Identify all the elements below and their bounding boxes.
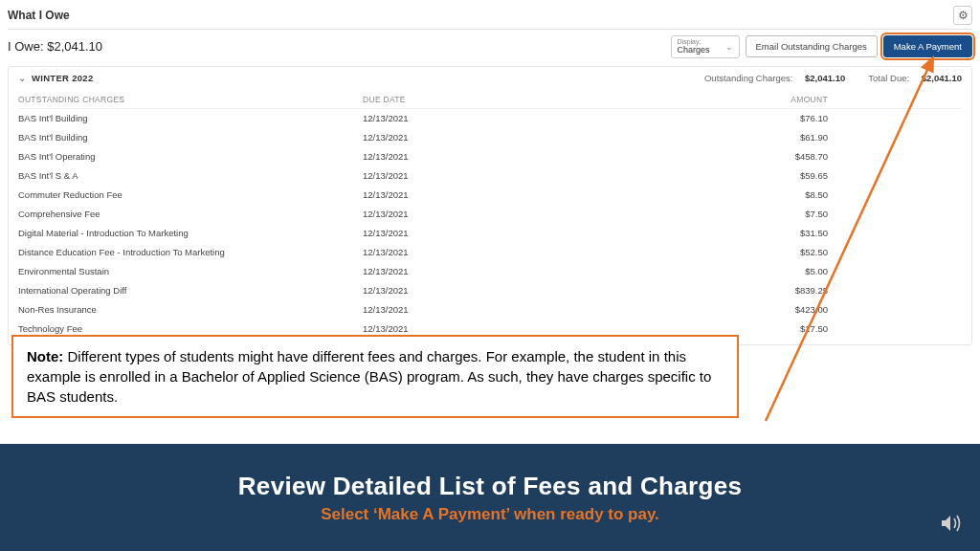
table-row: BAS Int'l S & A12/13/2021$59.65 (18, 166, 962, 186)
charge-amount: $76.10 (612, 113, 962, 123)
charge-amount: $17.50 (612, 323, 962, 334)
table-row: Comprehensive Fee12/13/2021$7.50 (18, 205, 962, 224)
charge-amount: $839.25 (612, 285, 962, 296)
charge-due-date: 12/13/2021 (363, 266, 612, 276)
owe-summary: I Owe: $2,041.10 (8, 39, 102, 54)
charge-name: Non-Res Insurance (18, 304, 363, 315)
charge-due-date: 12/13/2021 (363, 247, 612, 257)
charge-amount: $7.50 (612, 209, 962, 219)
app-window: What I Owe ⚙ I Owe: $2,041.10 Display: C… (0, 0, 980, 345)
charge-name: International Operating Diff (18, 285, 363, 296)
settings-button[interactable]: ⚙ (953, 6, 972, 25)
display-select-label: Display: (678, 38, 718, 45)
email-charges-button[interactable]: Email Outstanding Charges (746, 35, 878, 57)
col-due-date: DUE DATE (363, 95, 612, 104)
table-header: OUTSTANDING CHARGES DUE DATE AMOUNT (18, 89, 962, 109)
gear-icon: ⚙ (958, 9, 969, 22)
charge-name: Technology Fee (18, 323, 363, 334)
table-row: Environmental Sustain12/13/2021$5.00 (18, 262, 962, 281)
footer-subtitle: Select ‘Make A Payment’ when ready to pa… (321, 505, 659, 524)
table-row: BAS Int'l Building12/13/2021$61.90 (18, 128, 962, 147)
charge-name: BAS Int'l Building (18, 132, 363, 143)
charge-amount: $5.00 (612, 266, 962, 276)
term-header[interactable]: ⌄ WINTER 2022 Outstanding Charges: $2,04… (9, 67, 971, 89)
charge-amount: $61.90 (612, 132, 962, 143)
toolbar-actions: Display: Charges ⌄ Email Outstanding Cha… (671, 35, 972, 58)
title-bar: What I Owe ⚙ (8, 4, 972, 30)
charge-due-date: 12/13/2021 (363, 132, 612, 143)
total-due-summary: Total Due: $2,041.10 (868, 73, 962, 83)
col-outstanding-charges: OUTSTANDING CHARGES (18, 95, 363, 104)
term-card: ⌄ WINTER 2022 Outstanding Charges: $2,04… (8, 66, 972, 345)
make-payment-button[interactable]: Make A Payment (883, 35, 972, 57)
chevron-down-icon: ⌄ (18, 73, 26, 83)
charge-due-date: 12/13/2021 (363, 151, 612, 162)
footer-banner: Review Detailed List of Fees and Charges… (0, 444, 980, 551)
charge-name: Commuter Reduction Fee (18, 189, 363, 200)
table-row: Commuter Reduction Fee12/13/2021$8.50 (18, 186, 962, 205)
table-row: BAS Int'l Building12/13/2021$76.10 (18, 109, 962, 128)
footer-title: Review Detailed List of Fees and Charges (238, 472, 742, 501)
col-amount: AMOUNT (612, 95, 962, 104)
charge-amount: $59.65 (612, 170, 962, 181)
charge-amount: $8.50 (612, 189, 962, 200)
charge-due-date: 12/13/2021 (363, 304, 612, 315)
charge-due-date: 12/13/2021 (363, 189, 612, 200)
note-callout: Note: Different types of students might … (11, 335, 739, 418)
charge-name: Comprehensive Fee (18, 209, 363, 219)
charge-due-date: 12/13/2021 (363, 228, 612, 238)
charges-table: OUTSTANDING CHARGES DUE DATE AMOUNT BAS … (9, 89, 971, 344)
table-row: Digital Material - Introduction To Marke… (18, 224, 962, 243)
charge-name: Digital Material - Introduction To Marke… (18, 228, 363, 238)
owe-amount: $2,041.10 (47, 39, 102, 54)
charge-amount: $31.50 (612, 228, 962, 238)
page-title: What I Owe (8, 9, 70, 22)
charge-amount: $423.00 (612, 304, 962, 315)
charge-due-date: 12/13/2021 (363, 285, 612, 296)
table-row: Non-Res Insurance12/13/2021$423.00 (18, 300, 962, 320)
charge-due-date: 12/13/2021 (363, 170, 612, 181)
owe-label: I Owe: (8, 39, 47, 54)
note-label: Note: (27, 348, 63, 364)
note-text: Different types of students might have d… (27, 348, 711, 405)
display-select-value: Charges (678, 45, 710, 55)
charge-name: Environmental Sustain (18, 266, 363, 276)
charge-due-date: 12/13/2021 (363, 113, 612, 123)
term-name: WINTER 2022 (32, 73, 94, 83)
table-row: BAS Int'l Operating12/13/2021$458.70 (18, 147, 962, 166)
speaker-icon (940, 513, 965, 540)
chevron-down-icon: ⌄ (725, 42, 733, 52)
table-row: International Operating Diff12/13/2021$8… (18, 281, 962, 300)
display-select[interactable]: Display: Charges ⌄ (671, 35, 740, 58)
table-row: Distance Education Fee - Introduction To… (18, 243, 962, 262)
outstanding-charges-summary: Outstanding Charges: $2,041.10 (704, 73, 845, 83)
charge-name: Distance Education Fee - Introduction To… (18, 247, 363, 257)
charge-amount: $52.50 (612, 247, 962, 257)
charge-name: BAS Int'l S & A (18, 170, 363, 181)
charge-name: BAS Int'l Building (18, 113, 363, 123)
toolbar: I Owe: $2,041.10 Display: Charges ⌄ Emai… (8, 30, 972, 64)
charge-due-date: 12/13/2021 (363, 323, 612, 334)
charge-amount: $458.70 (612, 151, 962, 162)
charge-name: BAS Int'l Operating (18, 151, 363, 162)
charge-due-date: 12/13/2021 (363, 209, 612, 219)
